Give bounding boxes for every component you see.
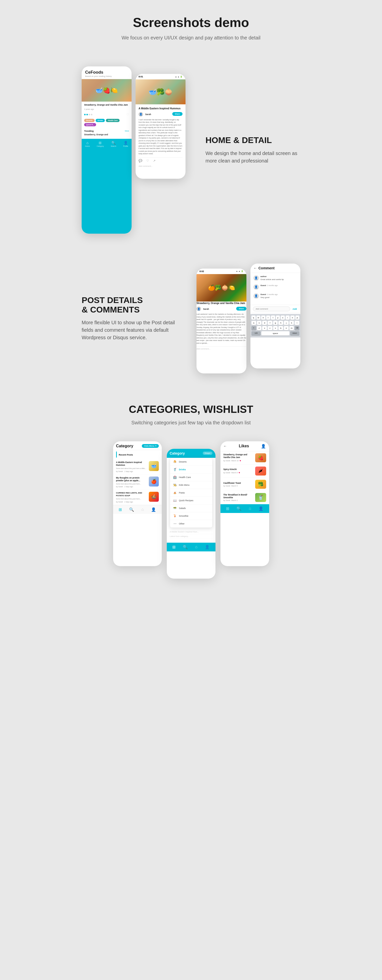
cat-nav-icon-3[interactable]: ⌂	[141, 507, 144, 512]
cat-pill-deserts[interactable]: Deserts	[84, 119, 95, 122]
dropdown-item-smoothie[interactable]: 🍹 Smoothie	[170, 512, 212, 520]
key-i[interactable]: i	[286, 315, 290, 320]
heart-icon-2[interactable]: ♥	[239, 471, 240, 474]
key-t[interactable]: t	[271, 315, 275, 320]
cat2-nav-2[interactable]: 🔍	[183, 545, 188, 549]
rating-dots	[84, 114, 92, 115]
key-l[interactable]: l	[294, 321, 299, 325]
key-g[interactable]: g	[273, 321, 278, 325]
heart-icon[interactable]: ♡	[126, 113, 129, 116]
cat2-nav-3[interactable]: ⌂	[195, 545, 197, 549]
list-item-1[interactable]: A Middle Eastern Inspired Hummus Some te…	[113, 459, 162, 474]
key-x[interactable]: x	[262, 326, 267, 330]
key-y[interactable]: y	[276, 315, 280, 320]
likes-item-4[interactable]: The 'Breakfast in Bondi' Smoothie by Sar…	[223, 491, 266, 504]
author-row: 👤 Sarah Share	[138, 111, 183, 116]
likes-nav-3[interactable]: ⌂	[249, 506, 251, 511]
share-icon[interactable]: ↗	[153, 159, 156, 162]
key-space[interactable]: space	[261, 331, 290, 336]
cat-nav-icon-4[interactable]: 👤	[151, 507, 156, 512]
cat-pill-health[interactable]: Health Care	[106, 119, 119, 122]
key-o[interactable]: o	[290, 315, 294, 320]
likes-nav-2[interactable]: 🔍	[236, 506, 242, 511]
cat-nav-icon-2[interactable]: 🔍	[129, 507, 134, 512]
cat-pill-quick[interactable]: Quick R...	[84, 123, 96, 126]
key-h[interactable]: h	[279, 321, 283, 325]
key-backspace[interactable]: ⌫	[294, 326, 299, 330]
key-123[interactable]: 123	[251, 331, 261, 336]
key-d[interactable]: d	[262, 321, 267, 325]
likes-nav-4[interactable]: 👤	[258, 506, 263, 511]
like-icon[interactable]: ♡	[146, 159, 149, 162]
likes-back-icon[interactable]: ←	[223, 444, 227, 448]
key-k[interactable]: k	[290, 321, 294, 325]
dropdown-item-deserts[interactable]: 🍮 Deserts	[170, 458, 212, 466]
key-p[interactable]: p	[295, 315, 299, 320]
cat2-nav-1[interactable]: ⊞	[172, 545, 175, 549]
post-author-info: 👤 Sarah	[196, 306, 209, 311]
key-a[interactable]: a	[251, 321, 256, 325]
key-r[interactable]: r	[266, 315, 271, 320]
key-shift[interactable]: ⇧	[251, 326, 256, 330]
key-e[interactable]: e	[261, 315, 266, 320]
post-comment-link[interactable]: Add comment...	[196, 347, 247, 351]
key-u[interactable]: u	[281, 315, 285, 320]
cat-nav-icon[interactable]: ⊞	[119, 507, 122, 512]
kids-dropdown[interactable]: Kids Menu ▾	[142, 444, 159, 448]
key-return[interactable]: return	[290, 331, 299, 336]
key-v[interactable]: v	[273, 326, 278, 330]
key-c[interactable]: c	[267, 326, 272, 330]
likes-item-3[interactable]: Cauliflower Toast by Sarah March 5 🥦	[223, 478, 266, 491]
key-n[interactable]: n	[284, 326, 289, 330]
dropdown-item-salads[interactable]: 🥗 Salads	[170, 504, 212, 512]
comment-input[interactable]	[253, 307, 290, 311]
phone-category-dropdown: Category Disqus 🍮 Deserts 🥤 Drinks 🏥 Hea…	[167, 449, 215, 579]
deserts-label: Deserts	[179, 461, 187, 463]
likes-item-2[interactable]: Spicy Kimchi by Sarah March 8 ♥ 🌶	[223, 465, 266, 478]
disqus-badge[interactable]: Disqus	[203, 452, 212, 455]
nav-category[interactable]: ⊞ Category	[97, 141, 103, 232]
nav-home[interactable]: ⌂ Home	[85, 141, 90, 232]
key-s[interactable]: s	[257, 321, 262, 325]
drinks-icon: 🥤	[173, 468, 177, 471]
post-list-content-2: My thoughts on protein powder (plus an a…	[116, 477, 147, 488]
heart-icon-1[interactable]: ♥	[240, 459, 241, 462]
cat-pill-drinks[interactable]: Drinks	[96, 119, 105, 122]
comment-title: Comment	[258, 266, 275, 270]
add-comment-text[interactable]: Add comment...	[138, 164, 183, 168]
share-button[interactable]: Share	[172, 112, 183, 116]
key-b[interactable]: b	[279, 326, 283, 330]
post-meta: 2 years ago	[82, 108, 132, 112]
post-list-text-1: Some text about this post here a little.…	[116, 467, 147, 470]
key-j[interactable]: j	[284, 321, 289, 325]
key-q[interactable]: q	[251, 315, 256, 320]
likes-item-meta-3: by Sarah March 5	[223, 485, 253, 487]
dropdown-overlay: 🍮 Deserts 🥤 Drinks 🏥 Health Care 👨‍🍳 Kid…	[167, 458, 215, 528]
dropdown-item-drinks[interactable]: 🥤 Drinks	[170, 466, 212, 474]
comment-icon[interactable]: 💬	[138, 159, 142, 162]
key-z[interactable]: z	[257, 326, 262, 330]
key-f[interactable]: f	[267, 321, 272, 325]
likes-author-1: by Sarah	[223, 460, 231, 461]
nav-profile[interactable]: 👤 Profile	[123, 141, 128, 232]
key-w[interactable]: w	[256, 315, 261, 320]
list-item-3[interactable]: CURRIED RED LENTIL AND POTATO SOUP Some …	[113, 490, 162, 505]
phones-row-3: Category Kids Menu ▾ Recent Posts A Midd…	[0, 436, 382, 598]
likes-item-title-3: Cauliflower Toast	[223, 482, 253, 485]
nav-search[interactable]: 🔍 Search	[111, 141, 116, 232]
dropdown-item-quick[interactable]: 📖 Quick Recipes	[170, 497, 212, 504]
post-share-button[interactable]: Share	[236, 307, 247, 310]
comment-meta-3: 2 months ago	[267, 294, 278, 295]
more-label[interactable]: More	[125, 130, 129, 132]
dropdown-item-kids[interactable]: 👨‍🍳 Kids Menu	[170, 481, 212, 489]
back-arrow-icon[interactable]: ←	[253, 266, 257, 270]
cat2-nav-4[interactable]: 👤	[205, 545, 210, 549]
dropdown-item-pasta[interactable]: 🍝 Pasta	[170, 489, 212, 497]
likes-item-1[interactable]: Strawberry, Orange and Vanilla Chia Jam …	[223, 451, 266, 465]
dropdown-item-health[interactable]: 🏥 Health Care	[170, 474, 212, 481]
list-item-2[interactable]: My thoughts on protein powder (plus an a…	[113, 474, 162, 490]
add-comment-button[interactable]: Add	[291, 308, 298, 310]
likes-nav-1[interactable]: ⊞	[226, 506, 229, 511]
key-m[interactable]: m	[290, 326, 294, 330]
dropdown-item-other[interactable]: ⋯ Other	[170, 520, 212, 527]
